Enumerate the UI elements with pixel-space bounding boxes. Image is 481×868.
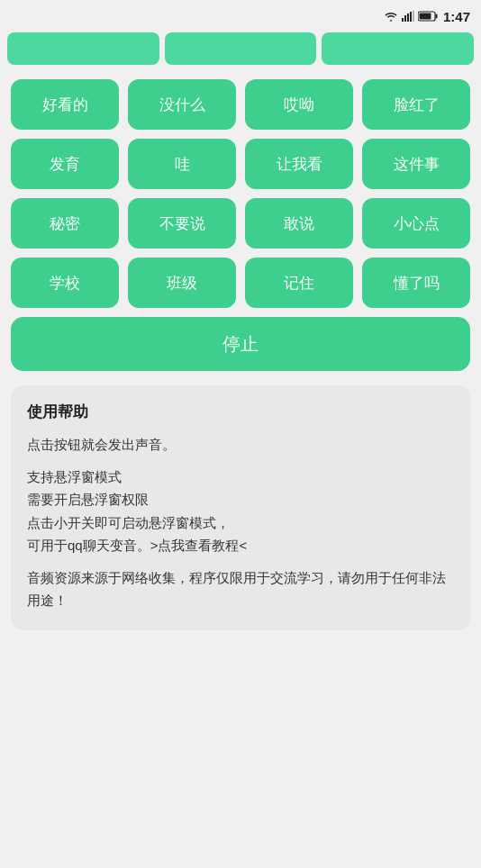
sound-btn-xiaoxindian[interactable]: 小心点 [362, 198, 470, 249]
sound-btn-banji[interactable]: 班级 [128, 258, 236, 308]
sound-btn-haokande[interactable]: 好看的 [11, 79, 119, 130]
svg-rect-0 [402, 18, 404, 22]
help-paragraph-3: 音频资源来源于网络收集，程序仅限用于交流学习，请勿用于任何非法用途！ [27, 566, 454, 612]
sound-btn-xuexiao[interactable]: 学校 [11, 258, 119, 308]
sound-btn-dongleyima[interactable]: 懂了吗 [362, 258, 470, 308]
sound-btn-aiyou[interactable]: 哎呦 [245, 79, 353, 130]
svg-rect-7 [419, 14, 431, 20]
sound-btn-buyaoshuo[interactable]: 不要说 [128, 198, 236, 249]
status-icons [384, 11, 438, 22]
tab-1[interactable] [7, 32, 159, 65]
wifi-icon [384, 11, 398, 22]
top-tabs [0, 32, 481, 72]
status-bar: 1:47 [0, 0, 481, 32]
signal-icon [402, 11, 414, 22]
svg-rect-3 [410, 12, 412, 22]
sound-btn-meishenme[interactable]: 没什么 [128, 79, 236, 130]
sound-btn-lianhongle[interactable]: 脸红了 [362, 79, 470, 130]
sound-btn-jizhu[interactable]: 记住 [245, 258, 353, 308]
help-paragraph-1: 点击按钮就会发出声音。 [27, 433, 454, 457]
help-card: 使用帮助 点击按钮就会发出声音。 支持悬浮窗模式 需要开启悬浮窗权限 点击小开关… [11, 385, 470, 630]
time-display: 1:47 [443, 9, 470, 24]
svg-rect-6 [435, 14, 437, 19]
tab-2[interactable] [165, 32, 317, 65]
sound-btn-gaoshuo[interactable]: 敢说 [245, 198, 353, 249]
svg-rect-1 [404, 15, 406, 22]
button-grid: 好看的 没什么 哎呦 脸红了 发育 哇 让我看 这件事 秘密 不要说 敢说 小心… [11, 79, 470, 308]
svg-rect-4 [413, 11, 414, 22]
help-paragraph-2: 支持悬浮窗模式 需要开启悬浮窗权限 点击小开关即可启动悬浮窗模式， 可用于qq聊… [27, 466, 454, 557]
sound-btn-rangwoken[interactable]: 让我看 [245, 139, 353, 189]
battery-icon [418, 11, 438, 22]
stop-btn-row: 停止 [11, 317, 470, 371]
tab-3[interactable] [322, 32, 474, 65]
sound-btn-wa[interactable]: 哇 [128, 139, 236, 189]
help-text: 点击按钮就会发出声音。 支持悬浮窗模式 需要开启悬浮窗权限 点击小开关即可启动悬… [27, 433, 454, 612]
svg-rect-2 [407, 14, 409, 22]
main-content: 好看的 没什么 哎呦 脸红了 发育 哇 让我看 这件事 秘密 不要说 敢说 小心… [0, 72, 481, 637]
sound-btn-zhejianshi[interactable]: 这件事 [362, 139, 470, 189]
sound-btn-mimi[interactable]: 秘密 [11, 198, 119, 249]
sound-btn-fayu[interactable]: 发育 [11, 139, 119, 189]
help-title: 使用帮助 [27, 402, 454, 422]
stop-button[interactable]: 停止 [11, 317, 470, 371]
